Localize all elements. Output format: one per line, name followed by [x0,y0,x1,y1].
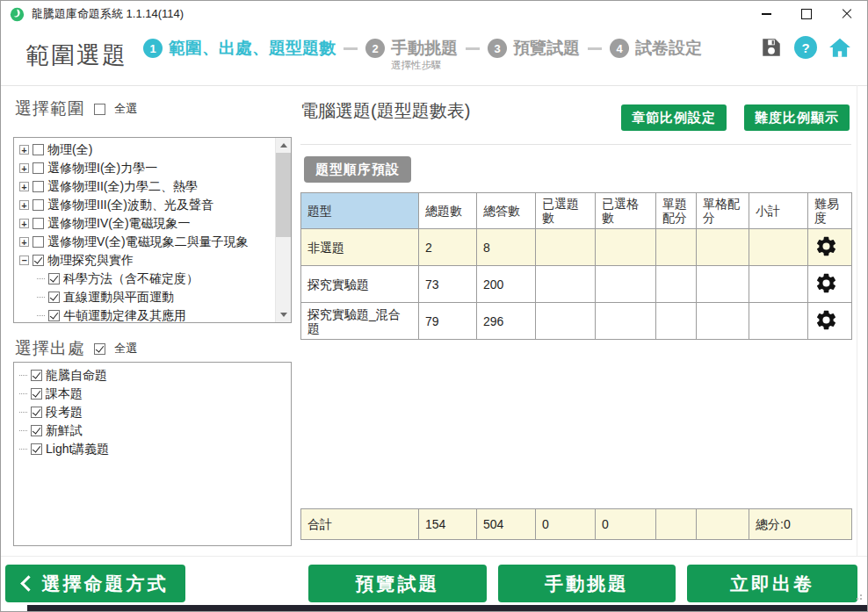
value-cell[interactable] [656,266,697,303]
maximize-icon [801,9,812,19]
source-select-all-checkbox[interactable] [94,343,105,355]
source-item[interactable]: 龍騰自命題 [16,366,287,385]
maximize-button[interactable] [786,1,827,27]
range-tree-scrollbar[interactable] [275,138,291,322]
range-select-all-label[interactable]: 全選 [114,101,137,117]
expand-icon[interactable]: + [19,182,29,191]
preview-questions-button[interactable]: 預覽試題 [308,565,487,602]
tree-checkbox[interactable] [33,199,44,211]
totals-value-cell: 504 [477,509,536,540]
value-cell[interactable] [697,303,749,340]
scroll-down-icon[interactable] [276,307,291,322]
range-select-all-checkbox[interactable] [94,104,105,115]
value-cell: 200 [477,266,536,303]
source-checkbox[interactable] [31,443,42,455]
value-cell [749,266,808,303]
type-order-button[interactable]: 題型順序預設 [304,156,411,183]
minimize-button[interactable] [746,1,786,27]
scrollbar-thumb[interactable] [276,153,291,237]
expand-icon[interactable]: + [19,200,29,210]
source-checkbox[interactable] [31,407,42,418]
expand-icon[interactable]: + [19,237,29,247]
step-number-badge: 4 [610,39,629,58]
source-checkbox[interactable] [31,425,42,436]
tree-item-label: 物理(全) [47,142,92,158]
source-select-all-label[interactable]: 全選 [114,341,137,356]
difficulty-ratio-button[interactable]: 難度比例顯示 [744,104,850,131]
tree-checkbox[interactable] [33,162,44,174]
wizard-step-1[interactable]: 1範圍、出處、題型題數 [143,38,336,59]
value-cell[interactable] [656,229,697,266]
back-to-mode-button[interactable]: 選擇命題方式 [5,565,185,602]
value-cell[interactable] [596,303,656,340]
home-icon[interactable] [828,36,851,59]
value-cell[interactable] [536,266,596,303]
tree-item[interactable]: 科學方法（含不確定度） [16,270,273,288]
value-cell[interactable] [536,229,596,266]
question-type-cell: 探究實驗題_混合題 [301,303,419,340]
value-cell: 296 [477,303,536,340]
step-label: 範圍、出處、題型題數 [169,39,336,57]
chapter-ratio-button[interactable]: 章節比例設定 [621,104,727,131]
range-tree: +物理(全)+選修物理I(全)力學一+選修物理II(全)力學二、熱學+選修物理I… [13,137,292,323]
scroll-up-icon[interactable] [276,138,291,153]
source-item[interactable]: 新鮮試 [16,421,287,440]
gear-icon[interactable] [814,308,838,332]
tree-item[interactable]: +選修物理V(全)電磁現象二與量子現象 [16,233,273,251]
manual-pick-button[interactable]: 手動挑題 [498,565,676,602]
expand-icon[interactable]: + [19,219,29,228]
value-cell[interactable] [596,266,656,303]
collapse-icon[interactable]: − [19,256,29,265]
step-connector [588,47,602,50]
header-icons: ? [760,36,851,59]
expand-icon[interactable]: + [19,145,29,155]
source-checkbox[interactable] [31,388,42,400]
value-cell[interactable] [536,303,596,340]
resize-grip[interactable] [855,593,862,600]
tree-checkbox[interactable] [33,255,44,266]
difficulty-cell [808,229,852,266]
wizard-step-4[interactable]: 4試卷設定 [610,38,702,59]
help-icon[interactable]: ? [794,36,817,59]
tree-checkbox[interactable] [48,273,60,284]
tree-checkbox[interactable] [33,181,44,192]
tree-item[interactable]: +選修物理II(全)力學二、熱學 [16,177,273,196]
wizard-step-3[interactable]: 3預覽試題 [488,38,580,59]
gear-icon[interactable] [814,234,838,258]
tree-item[interactable]: +選修物理III(全)波動、光及聲音 [16,196,273,214]
tree-item[interactable]: +物理(全) [16,140,273,159]
step-connector [344,47,358,50]
totals-label-cell: 合計 [301,509,419,540]
tree-checkbox[interactable] [33,144,44,155]
value-cell[interactable] [656,303,697,340]
tree-checkbox[interactable] [48,310,60,321]
tree-item[interactable]: +選修物理IV(全)電磁現象一 [16,214,273,233]
table-row: 探究實驗題73200 [301,266,852,303]
gear-icon[interactable] [814,271,838,295]
tree-item-label: 牛頓運動定律及其應用 [63,308,186,324]
value-cell[interactable] [697,266,749,303]
totals-value-cell [697,509,749,540]
close-button[interactable] [827,1,867,27]
save-icon[interactable] [760,36,783,59]
source-item[interactable]: Light講義題 [16,440,287,458]
tree-item[interactable]: −物理探究與實作 [16,251,273,270]
totals-value-cell [656,509,697,540]
tree-item[interactable]: +選修物理I(全)力學一 [16,159,273,177]
source-item[interactable]: 段考題 [16,403,287,421]
source-item[interactable]: 課本題 [16,385,287,403]
column-header: 小計 [749,193,808,229]
wizard-step-2[interactable]: 2手動挑題選擇性步驟 [365,38,458,72]
value-cell[interactable] [596,229,656,266]
expand-icon[interactable]: + [19,163,29,173]
tree-item[interactable]: 牛頓運動定律及其應用 [16,306,273,323]
value-cell[interactable] [697,229,749,266]
tree-checkbox[interactable] [48,292,60,303]
generate-paper-button[interactable]: 立即出卷 [687,565,857,602]
step-label: 預覽試題 [513,39,580,57]
tree-checkbox[interactable] [33,218,44,229]
source-checkbox[interactable] [31,370,42,381]
tree-checkbox[interactable] [33,236,44,248]
panel-divider [300,144,851,145]
tree-item[interactable]: 直線運動與平面運動 [16,288,273,306]
